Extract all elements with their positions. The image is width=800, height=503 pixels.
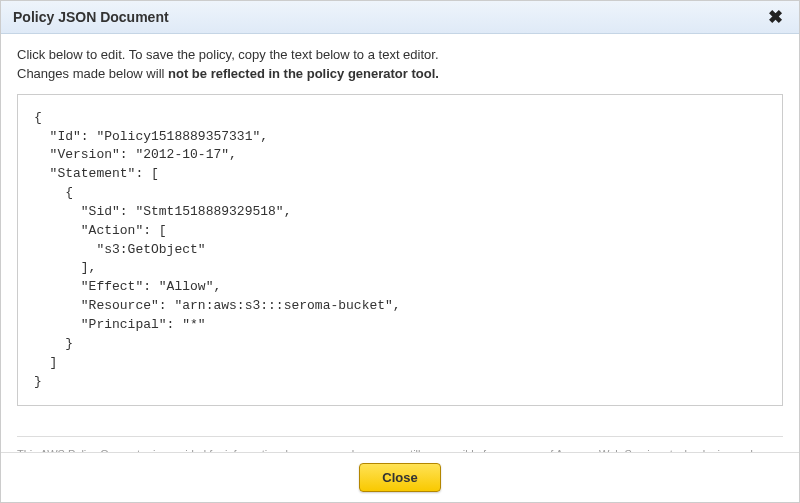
instructions-text: Click below to edit. To save the policy,… (17, 46, 783, 84)
dialog-body[interactable]: Click below to edit. To save the policy,… (1, 34, 799, 452)
instructions-line2: Changes made below will not be reflected… (17, 65, 783, 84)
policy-json-textarea[interactable]: { "Id": "Policy1518889357331", "Version"… (17, 94, 783, 407)
dialog-title: Policy JSON Document (13, 9, 169, 25)
instructions-line1: Click below to edit. To save the policy,… (17, 46, 783, 65)
instructions-line2-prefix: Changes made below will (17, 66, 168, 81)
divider (17, 436, 783, 437)
instructions-line2-bold: not be reflected in the policy generator… (168, 66, 439, 81)
policy-json-dialog: Policy JSON Document ✖ Click below to ed… (0, 0, 800, 503)
close-icon[interactable]: ✖ (764, 8, 787, 26)
disclaimer-text: This AWS Policy Generator is provided fo… (17, 447, 783, 452)
close-button[interactable]: Close (359, 463, 440, 492)
dialog-footer: Close (1, 452, 799, 502)
dialog-header: Policy JSON Document ✖ (1, 1, 799, 34)
